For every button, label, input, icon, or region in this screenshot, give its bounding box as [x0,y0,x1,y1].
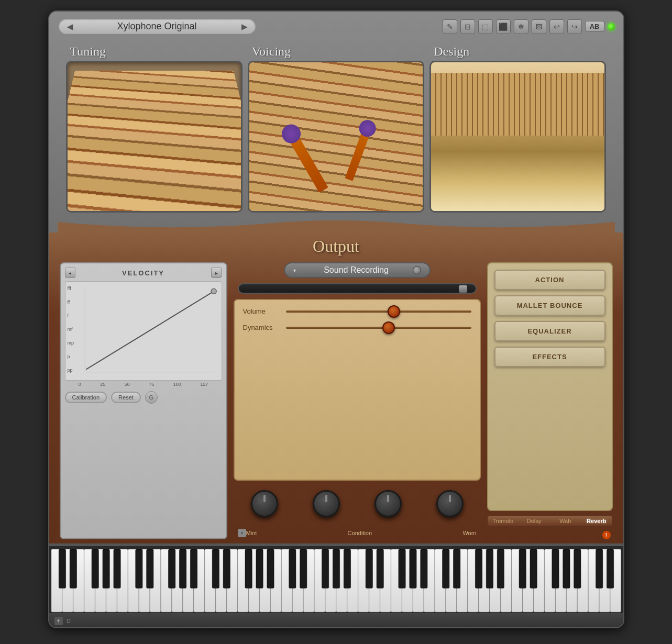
svg-rect-73 [344,549,350,588]
g-button[interactable]: G [145,391,158,404]
svg-rect-74 [366,549,372,588]
action-buttons-panel: ACTION MALLET BOUNCE EQUALIZER EFFECTS [487,262,613,511]
pitch-slider-thumb[interactable] [459,285,467,293]
condition-mint-label: Mint [246,530,257,536]
paste-icon[interactable]: ⬛ [496,19,511,34]
preset-selector[interactable]: ◀ Xylophone Original ▶ [58,18,257,35]
selector-knob[interactable] [413,266,421,274]
effects-tabs: Tremolo Delay Wah Reverb [487,515,613,527]
dynamics-label: Dynamics [243,324,280,331]
condition-down-arrow[interactable]: ▾ [238,529,246,537]
svg-rect-89 [596,549,602,588]
header-bar: ◀ Xylophone Original ▶ ✎ ⊟ ⬚ ⬛ ❅ ⚄ ↩ ↪ A… [58,18,615,35]
svg-rect-85 [530,549,536,588]
top-section: ◀ Xylophone Original ▶ ✎ ⊟ ⬚ ⬛ ❅ ⚄ ↩ ↪ A… [49,12,623,232]
freeze-icon[interactable]: ❅ [514,19,528,34]
svg-rect-62 [179,549,186,588]
copy-icon[interactable]: ⬚ [478,19,493,34]
vel-label-mp: mp [68,340,75,346]
dynamics-track[interactable] [286,327,471,329]
svg-rect-78 [420,549,427,588]
velocity-prev-arrow[interactable]: ◂ [65,268,75,278]
svg-rect-86 [552,549,558,588]
tab-reverb[interactable]: Reverb [581,516,612,526]
vel-label-x-25: 25 [100,382,105,387]
mallet-2 [345,124,373,181]
preset-next-arrow[interactable]: ▶ [241,23,247,31]
vel-bottom-controls: Calibration Reset G [65,391,222,404]
svg-rect-72 [333,549,339,588]
svg-rect-75 [377,549,383,588]
svg-rect-81 [475,549,482,588]
tab-wah[interactable]: Wah [550,516,581,526]
dice-icon[interactable]: ⚄ [532,19,546,34]
tab-tremolo[interactable]: Tremolo [488,516,519,526]
svg-rect-60 [146,549,153,588]
svg-rect-80 [453,549,460,588]
output-label: Output [313,237,359,256]
edit-icon[interactable]: ✎ [443,19,457,34]
main-controls: ◂ VELOCITY ▸ fff ff f mf mp p pp ppp [49,258,623,543]
calibration-button[interactable]: Calibration [65,392,107,403]
condition-knob-3[interactable] [374,490,402,517]
vel-label-x-50: 50 [125,382,130,387]
velocity-endpoint [211,288,216,294]
svg-rect-69 [289,549,295,588]
svg-rect-82 [486,549,493,588]
save-icon[interactable]: ⊟ [460,19,475,34]
vel-label-mf: mf [68,327,75,332]
mallet-head-2 [357,118,378,139]
mallet-bounce-button[interactable]: MALLET BOUNCE [494,295,605,316]
dynamics-thumb[interactable] [382,321,395,334]
condition-knob-4[interactable] [436,490,464,517]
vel-label-f: f [68,313,75,318]
voicing-visual [249,62,423,211]
ab-button[interactable]: AB [585,21,604,32]
condition-label-row: ▾ Mint Condition Worn [234,527,481,539]
keyboard-plus-button[interactable]: + [54,617,63,625]
voicing-panel[interactable]: Voicing [248,45,424,213]
volume-label: Volume [243,307,280,315]
keyboard-bottom: + D [49,613,623,627]
redo-icon[interactable]: ↪ [567,19,582,34]
svg-rect-88 [574,549,580,588]
piano-keyboard-svg[interactable]: // This will be rendered via JS below [51,549,621,613]
preset-prev-arrow[interactable]: ◀ [67,23,73,31]
right-panel: ACTION MALLET BOUNCE EQUALIZER EFFECTS T… [487,262,613,539]
selector-down-arrow: ▾ [293,268,296,273]
volume-track[interactable] [286,310,471,313]
design-label: Design [429,45,606,59]
equalizer-button[interactable]: EQUALIZER [494,321,605,341]
velocity-title: VELOCITY [122,269,164,277]
design-panel[interactable]: Design [429,45,606,213]
sound-recording-text: Sound Recording [300,265,413,275]
sound-recording-selector[interactable]: ▾ Sound Recording [284,262,431,278]
vel-label-p: p [68,354,75,359]
velocity-labels-y: fff ff f mf mp p pp ppp [68,286,75,381]
undo-icon[interactable]: ↩ [549,19,564,34]
condition-arrows: ▾ [238,529,246,537]
svg-rect-70 [300,549,306,588]
condition-worn-label: Worn [462,530,476,536]
volume-thumb[interactable] [388,305,400,318]
condition-knob-2[interactable] [313,490,340,517]
vel-label-x-100: 100 [173,382,181,387]
tuning-label: Tuning [66,45,243,59]
mallet-1 [285,128,328,193]
action-button[interactable]: ACTION [494,270,605,290]
vel-label-ff: ff [68,299,75,305]
tuning-panel[interactable]: Tuning [66,45,243,213]
effects-button[interactable]: EFFECTS [494,347,605,367]
tuning-visual [66,71,243,213]
keyboard-section: // This will be rendered via JS below + … [49,543,623,627]
pitch-slider[interactable] [238,283,477,294]
velocity-labels-x: 0 25 50 75 100 127 [65,381,222,387]
bottom-section: Output ◂ VELOCITY ▸ fff ff f mf mp [49,232,623,627]
svg-rect-83 [497,549,504,588]
tab-delay[interactable]: Delay [519,516,550,526]
vel-label-fff: fff [68,286,75,291]
condition-knob-1[interactable] [251,490,278,517]
velocity-graph: fff ff f mf mp p pp ppp [65,281,222,381]
velocity-next-arrow[interactable]: ▸ [211,268,222,278]
reset-button[interactable]: Reset [111,392,141,403]
